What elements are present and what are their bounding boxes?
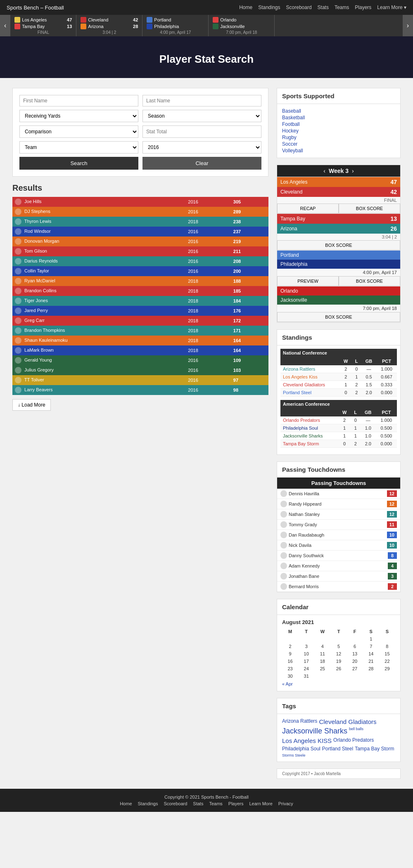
footer-link[interactable]: Standings (138, 801, 158, 806)
table-row: Tiger Jones 2018 184 (12, 296, 268, 306)
player-name: Collin Taylor (12, 266, 185, 276)
footer-link[interactable]: Teams (209, 801, 222, 806)
footer-link[interactable]: Home (120, 801, 132, 806)
tag-link[interactable]: Tampa Bay Storm (355, 746, 394, 752)
player-icon (15, 317, 21, 324)
table-row: Brandon Collins 2018 185 (12, 286, 268, 296)
sport-link[interactable]: Rugby (282, 135, 395, 140)
team-logo (147, 24, 152, 29)
search-button[interactable]: Search (19, 157, 138, 170)
team-select[interactable]: Team Arizona Rattlers Cleveland Gladiato… (19, 141, 138, 154)
footer-copyright: Copyright © 2021 Sports Bench - Football (6, 795, 407, 799)
score-action-btn[interactable]: BOX SCORE (277, 240, 400, 250)
score-team-row: Portland (277, 251, 400, 260)
standings-conf: American Conference (280, 400, 397, 408)
score-action-btn[interactable]: BOX SCORE (339, 276, 400, 286)
scoreboard-next[interactable]: › (352, 168, 354, 174)
player-year: 2018 (185, 296, 231, 306)
sport-link[interactable]: Volleyball (282, 148, 395, 154)
cal-day-header: S (379, 628, 395, 635)
stat-select[interactable]: Receiving Yards Passing Yards Rushing Ya… (19, 110, 138, 122)
standings-gb: 1.0 (361, 432, 376, 440)
standings-pct: 0.000 (376, 440, 397, 448)
stat-total-input[interactable] (142, 125, 261, 138)
player-name: LaMark Brown (12, 345, 185, 355)
comparison-select[interactable]: Comparison Greater Than Less Than Equal … (19, 125, 138, 138)
standings-pct: 0.000 (376, 389, 397, 397)
sport-link[interactable]: Basketball (282, 115, 395, 121)
sport-link[interactable]: Soccer (282, 141, 395, 147)
nav-link[interactable]: Standings (258, 5, 280, 10)
ticker-next[interactable]: › (403, 15, 413, 36)
td-count: 4 (388, 563, 397, 569)
first-name-input[interactable] (19, 95, 138, 106)
footer-privacy-link[interactable]: Privacy (278, 801, 293, 806)
player-value: 109 (231, 355, 268, 365)
td-count: 10 (387, 542, 397, 549)
player-value: 164 (231, 345, 268, 355)
standings-pct-header: PCT (376, 408, 397, 416)
last-name-input[interactable] (142, 95, 261, 106)
passing-tds-row: Randy Hippeard 12 (277, 499, 400, 509)
season-select[interactable]: Season 2016 2017 2018 (142, 110, 261, 122)
clear-button[interactable]: Clear (142, 157, 261, 170)
nav-link[interactable]: Players (355, 5, 371, 10)
passing-tds-row: Jonathan Bane 3 (277, 571, 400, 582)
nav-link[interactable]: Teams (335, 5, 349, 10)
standings-l: 2 (351, 389, 361, 397)
nav-link[interactable]: Stats (318, 5, 329, 10)
td-count: 12 (387, 501, 397, 507)
standings-l: 1 (351, 424, 361, 432)
nav-link[interactable]: Home (239, 5, 252, 10)
player-icon (280, 521, 287, 528)
cal-day: 23 (282, 665, 298, 672)
tag-link[interactable]: Philadelphia Soul (282, 746, 320, 752)
score-team1-name: Tampa Bay (280, 216, 390, 222)
footer-link[interactable]: Learn More (249, 801, 273, 806)
tag-link[interactable]: Jacksonville Sharks (282, 727, 347, 736)
nav-link[interactable]: Scoreboard (286, 5, 312, 10)
standings-row: Cleveland Gladiators 1 2 1.5 0.333 (280, 381, 397, 389)
standings-team-name: Arizona Rattlers (280, 365, 340, 373)
score-action-btn[interactable]: PREVIEW (277, 276, 339, 286)
sport-link[interactable]: Baseball (282, 108, 395, 114)
player-year: 2016 (185, 375, 231, 385)
load-more-button[interactable]: ↓ Load More (12, 399, 51, 411)
footer-link[interactable]: Scoreboard (164, 801, 187, 806)
cal-day: 27 (347, 665, 363, 672)
footer-link[interactable]: Stats (193, 801, 203, 806)
standings-pct: 1.000 (376, 365, 397, 373)
standings-pct: 0.500 (376, 424, 397, 432)
sport-link[interactable]: Football (282, 121, 395, 127)
cal-nav[interactable]: « Apr (282, 681, 293, 686)
score-action-btn[interactable]: BOX SCORE (277, 312, 400, 322)
player-icon (15, 199, 21, 205)
footer: Copyright © 2021 Sports Bench - Football… (0, 789, 413, 812)
tag-link[interactable]: Los Angeles KISS (282, 737, 332, 744)
tag-link[interactable]: Portland Steel (322, 746, 353, 752)
tag-link[interactable]: Cleveland Gladiators (319, 718, 376, 725)
score-team2-name: Cleveland (280, 189, 390, 195)
tag-link[interactable]: bell balls (349, 727, 363, 736)
nav-link[interactable]: Learn More ▾ (377, 5, 406, 10)
scoreboard-title: ‹ Week 3 › (277, 165, 400, 177)
cal-day-header: W (314, 628, 330, 635)
sport-link[interactable]: Hockey (282, 128, 395, 134)
tag-link[interactable]: Orlando Predators (333, 737, 374, 744)
player-year: 2016 (185, 207, 231, 217)
cal-day (379, 672, 395, 680)
score-action-btn[interactable]: BOX SCORE (339, 203, 400, 213)
cal-day: 28 (363, 665, 379, 672)
ticker-meta: 4:00 pm, April 17 (147, 30, 204, 35)
left-column: Receiving Yards Passing Yards Rushing Ya… (12, 88, 268, 779)
tag-link[interactable]: Storms Steele (282, 753, 306, 757)
player-icon (280, 583, 287, 590)
ticker-prev[interactable]: ‹ (0, 15, 10, 36)
standings-gb: 1.0 (361, 424, 376, 432)
footer-link[interactable]: Players (228, 801, 244, 806)
tag-link[interactable]: Arizona Rattlers (282, 718, 317, 725)
score-team-row: Cleveland 42 (277, 187, 400, 197)
score-action-btn[interactable]: RECAP (277, 203, 339, 213)
year-select[interactable]: 2016 2017 2018 (142, 141, 261, 154)
scoreboard-prev[interactable]: ‹ (323, 168, 325, 174)
